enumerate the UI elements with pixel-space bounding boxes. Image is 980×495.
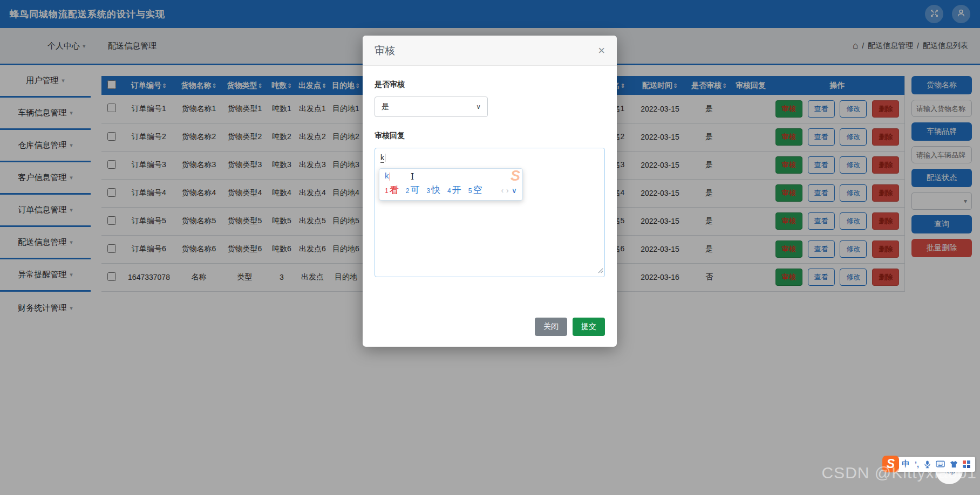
- ime-candidate-window: S k I 1看 2可 3快 4开 5空 ‹ › ∨: [379, 168, 523, 201]
- csdn-watermark: CSDN @Kittyxia001: [821, 464, 977, 482]
- ime-pager: ‹ › ∨: [501, 186, 517, 195]
- close-icon[interactable]: ×: [598, 45, 605, 57]
- ime-candidate-number: 3: [426, 187, 430, 195]
- ime-input-text: k: [385, 171, 389, 180]
- ime-candidates-row: 1看 2可 3快 4开 5空 ‹ › ∨: [385, 184, 517, 196]
- app: 蜂鸟同城物流配送系统的设计与实现: [0, 0, 980, 495]
- ime-candidate-text: 看: [390, 184, 399, 196]
- ime-candidate-text: 快: [431, 184, 440, 196]
- ime-candidate[interactable]: 1看: [385, 184, 399, 196]
- ime-candidate-number: 2: [406, 187, 410, 195]
- ime-prev-page-icon[interactable]: ‹: [501, 186, 503, 195]
- text-cursor-icon: I: [411, 171, 414, 182]
- ime-candidate-number: 1: [385, 187, 389, 195]
- ime-candidate-number: 4: [447, 187, 451, 195]
- audit-select-label: 是否审核: [375, 80, 605, 90]
- text-caret: [385, 154, 385, 162]
- audit-select[interactable]: 是 ∨: [375, 97, 488, 117]
- modal-submit-button[interactable]: 提交: [573, 318, 605, 336]
- ime-candidate[interactable]: 5空: [468, 184, 482, 196]
- ime-input-row: k I: [385, 171, 517, 182]
- ime-candidate[interactable]: 4开: [447, 184, 461, 196]
- ime-candidate-list: 1看 2可 3快 4开 5空: [385, 184, 482, 196]
- ime-caret: [390, 173, 391, 181]
- audit-select-value: 是: [382, 102, 389, 112]
- ime-candidate-text: 空: [473, 184, 482, 196]
- ime-candidate-text: 可: [410, 184, 419, 196]
- reply-textarea[interactable]: k: [375, 148, 605, 277]
- ime-candidate-text: 开: [452, 184, 461, 196]
- chevron-down-icon: ∨: [476, 103, 481, 111]
- reply-label: 审核回复: [375, 131, 605, 141]
- ime-candidate[interactable]: 2可: [406, 184, 420, 196]
- ime-composition-text: k: [380, 153, 384, 163]
- modal-header: 审核 ×: [363, 36, 617, 66]
- ime-candidate-number: 5: [468, 187, 472, 195]
- modal-title: 审核: [375, 44, 395, 58]
- ime-candidate[interactable]: 3快: [426, 184, 440, 196]
- modal-footer: 关闭 提交: [535, 318, 605, 336]
- ime-expand-icon[interactable]: ∨: [512, 186, 517, 195]
- ime-next-page-icon[interactable]: ›: [506, 186, 509, 195]
- resize-handle-icon[interactable]: [597, 266, 603, 276]
- modal-close-button[interactable]: 关闭: [535, 318, 567, 336]
